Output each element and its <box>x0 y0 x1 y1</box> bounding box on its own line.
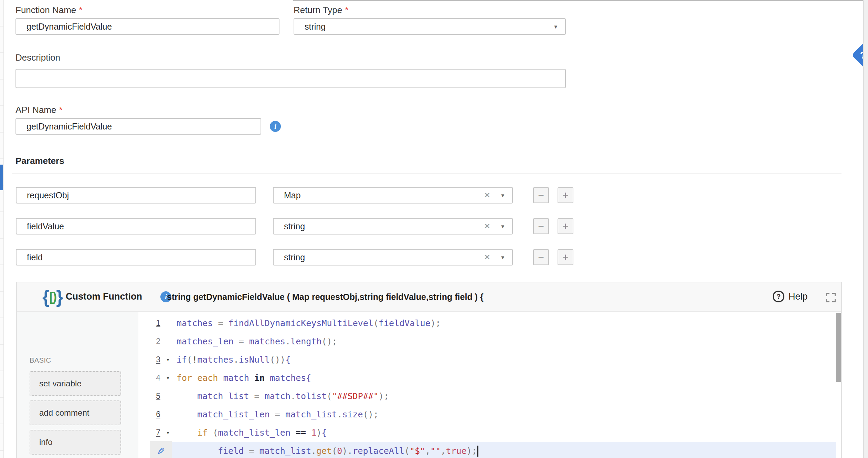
code-line-text[interactable]: for each match in matches{ <box>172 369 836 387</box>
required-asterisk: * <box>79 5 82 15</box>
line-number[interactable]: 1 <box>138 319 160 328</box>
editor-scrollbar[interactable] <box>836 313 842 458</box>
remove-parameter-button[interactable]: − <box>533 249 549 265</box>
code-token: length <box>290 336 321 346</box>
code-token: ( <box>373 318 379 328</box>
chevron-down-icon[interactable]: ▼ <box>500 254 505 260</box>
parameter-name-input[interactable]: requestObj <box>16 187 256 204</box>
code-token: matches_len <box>177 336 234 346</box>
palette-item-add-comment[interactable]: add comment <box>30 400 121 425</box>
parameter-name-input[interactable]: fieldValue <box>16 218 256 235</box>
code-line-text[interactable]: match_list = match.tolist("##SDP##"); <box>172 387 836 405</box>
add-parameter-button[interactable]: + <box>558 249 573 265</box>
code-area[interactable]: 1matches = findAllDynamicKeysMultiLevel(… <box>138 314 836 458</box>
chevron-down-icon[interactable]: ▼ <box>500 223 505 229</box>
code-token: match_list_len <box>197 409 270 419</box>
parameter-type-select[interactable]: string✕▼ <box>273 249 513 266</box>
return-type-label: Return Type* <box>294 5 348 15</box>
code-token: 0 <box>337 446 342 456</box>
code-line-text[interactable]: if(!matches.isNull()){ <box>172 351 836 369</box>
code-token: ( <box>327 391 332 401</box>
gutter-cell: 6 <box>138 405 172 424</box>
fold-arrow-icon[interactable]: ▼ <box>166 430 170 435</box>
code-token: match_list <box>259 446 311 456</box>
fullscreen-icon[interactable] <box>826 293 836 302</box>
palette-item-info[interactable]: info <box>30 430 121 455</box>
code-token: { <box>285 355 290 365</box>
code-line-text[interactable]: match_list_len = match_list.size(); <box>172 405 836 424</box>
add-parameter-button[interactable]: + <box>558 218 573 234</box>
return-type-select[interactable]: string ▼ <box>294 18 566 35</box>
code-line: 2matches_len = matches.length(); <box>138 332 836 351</box>
code-token: { <box>306 373 311 383</box>
code-line-text[interactable]: matches = findAllDynamicKeysMultiLevel(f… <box>172 314 836 332</box>
code-token: ); <box>379 391 389 401</box>
code-token: . <box>290 391 296 401</box>
page-scrollbar[interactable] <box>863 0 868 458</box>
function-name-label: Function Name* <box>15 5 82 15</box>
line-number[interactable]: 3 <box>138 355 160 364</box>
line-number[interactable]: 4 <box>138 373 160 383</box>
line-number[interactable]: 5 <box>138 392 160 401</box>
code-line: 5match_list = match.tolist("##SDP##"); <box>138 387 836 405</box>
parameter-type-select[interactable]: Map✕▼ <box>273 187 513 204</box>
remove-parameter-button[interactable]: − <box>533 187 549 203</box>
parameter-type-select[interactable]: string✕▼ <box>273 218 513 235</box>
code-token: = <box>244 446 259 456</box>
editor-title: Custom Function <box>66 291 142 302</box>
info-icon[interactable]: i <box>270 121 281 132</box>
custom-function-editor: {[)} Custom Function i string getDynamic… <box>16 282 842 458</box>
clear-icon[interactable]: ✕ <box>484 222 490 230</box>
code-token: ) <box>342 446 347 456</box>
clear-icon[interactable]: ✕ <box>484 191 490 199</box>
chevron-down-icon[interactable]: ▼ <box>553 24 558 30</box>
code-token: "##SDP##" <box>332 391 378 401</box>
code-token: ( <box>208 428 218 438</box>
statement-palette: BASICset variableadd commentinfoCONDITIO… <box>17 312 138 458</box>
code-token: ( <box>187 355 192 365</box>
line-number[interactable]: 7 <box>138 428 160 437</box>
function-signature: string getDynamicFieldValue ( Map reques… <box>167 292 484 302</box>
code-token: ( <box>332 446 337 456</box>
code-token: replaceAll <box>352 446 404 456</box>
sidebar-active-indicator <box>0 165 3 190</box>
return-type-value: string <box>305 22 326 32</box>
line-number[interactable]: 2 <box>138 337 160 346</box>
code-line-text[interactable]: if (match_list_len == 1){ <box>172 424 836 442</box>
code-token: . <box>285 336 290 346</box>
edit-line-gutter[interactable]: ✎ <box>150 441 172 458</box>
remove-parameter-button[interactable]: − <box>533 218 549 234</box>
fold-arrow-icon[interactable]: ▼ <box>166 357 170 362</box>
gutter-cell: 2 <box>138 332 172 351</box>
code-token: for each <box>177 373 223 383</box>
add-parameter-button[interactable]: + <box>558 187 573 203</box>
parameter-type-value: string <box>284 252 305 262</box>
code-token: "" <box>430 446 441 456</box>
palette-item-set-variable[interactable]: set variable <box>30 371 121 396</box>
code-token: matches <box>270 373 306 383</box>
code-line: 1matches = findAllDynamicKeysMultiLevel(… <box>138 314 836 332</box>
line-number[interactable]: 6 <box>138 410 160 419</box>
code-line-text[interactable]: matches_len = matches.length(); <box>172 332 836 351</box>
fold-arrow-icon[interactable]: ▼ <box>166 376 170 381</box>
code-token: . <box>347 446 352 456</box>
gutter-cell: 3▼ <box>138 351 172 369</box>
code-token: findAllDynamicKeysMultiLevel <box>229 318 373 328</box>
editor-scrollbar-thumb[interactable] <box>836 313 842 382</box>
required-asterisk: * <box>345 5 348 15</box>
code-token: (); <box>321 336 337 346</box>
code-token: ( <box>404 446 410 456</box>
function-name-input[interactable]: getDynamicFieldValue <box>15 18 279 35</box>
gutter-cell: 5 <box>138 387 172 405</box>
code-token: true <box>446 446 466 456</box>
api-name-input[interactable]: getDynamicFieldValue <box>15 118 261 135</box>
help-button[interactable]: ? Help <box>773 291 808 302</box>
description-input[interactable] <box>15 69 566 88</box>
code-token: tolist <box>296 391 327 401</box>
code-line: 3▼if(!matches.isNull()){ <box>138 351 836 369</box>
parameter-name-input[interactable]: field <box>16 249 256 266</box>
clear-icon[interactable]: ✕ <box>484 253 490 261</box>
code-line-text[interactable]: field = match_list.get(0).replaceAll("$"… <box>172 442 836 458</box>
code-token: matches <box>249 336 285 346</box>
chevron-down-icon[interactable]: ▼ <box>500 192 505 198</box>
